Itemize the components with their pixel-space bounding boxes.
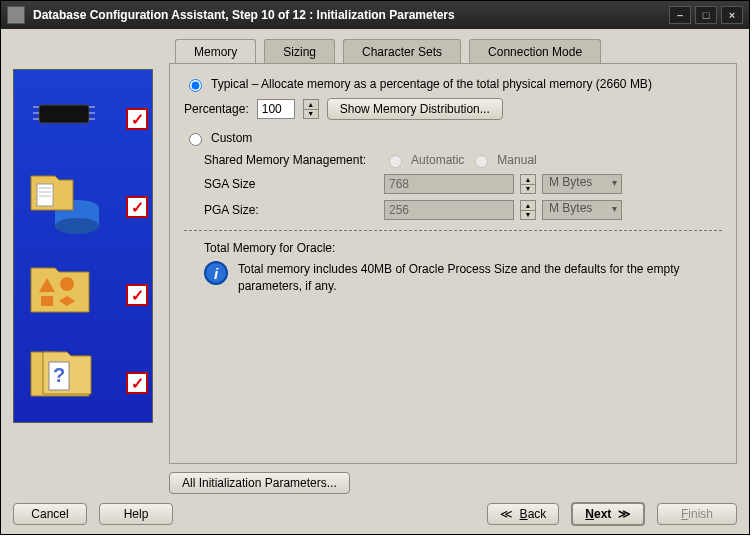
folders-db-icon [26,174,106,232]
svg-rect-10 [37,184,53,206]
app-icon [7,6,25,24]
svg-point-15 [60,277,74,291]
total-memory-label: Total Memory for Oracle: [204,241,722,255]
pga-unit-select: M Bytes [542,200,622,220]
svg-point-9 [55,218,99,234]
sidebar-step-3 [20,256,146,324]
shapes-folder-icon [26,262,106,320]
tab-sizing[interactable]: Sizing [264,39,335,63]
stepper-down-icon[interactable]: ▼ [304,109,318,119]
radio-typical[interactable] [189,79,202,92]
percentage-input[interactable] [257,99,295,119]
sga-stepper: ▲▼ [520,174,536,194]
radio-manual [475,155,488,168]
tab-memory[interactable]: Memory [175,39,256,63]
sga-unit-select: M Bytes [542,174,622,194]
radio-automatic [389,155,402,168]
minimize-button[interactable]: – [669,6,691,24]
all-init-params-button[interactable]: All Initialization Parameters... [169,472,350,494]
check-icon [126,196,148,218]
tab-panel-memory: Typical – Allocate memory as a percentag… [169,63,737,464]
help-button[interactable]: Help [99,503,173,525]
cancel-button[interactable]: Cancel [13,503,87,525]
manual-label: Manual [497,153,536,167]
sidebar-step-4: ? [20,344,146,412]
typical-label: Typical – Allocate memory as a percentag… [211,77,652,91]
wizard-sidebar: ? [13,69,153,423]
window-title: Database Configuration Assistant, Step 1… [33,8,455,22]
total-memory-text: Total memory includes 40MB of Oracle Pro… [238,261,722,295]
close-button[interactable]: × [721,6,743,24]
check-icon [126,372,148,394]
pga-input [384,200,514,220]
maximize-button[interactable]: □ [695,6,717,24]
back-button[interactable]: ≪ Back [487,503,559,525]
sidebar-step-2 [20,168,146,236]
shared-mgmt-label: Shared Memory Management: [204,153,384,167]
info-icon: i [204,261,228,285]
pga-label: PGA Size: [204,203,384,217]
tab-row: Memory Sizing Character Sets Connection … [175,39,737,63]
tab-character-sets[interactable]: Character Sets [343,39,461,63]
check-icon [126,284,148,306]
title-bar: Database Configuration Assistant, Step 1… [1,1,749,29]
stepper-up-icon[interactable]: ▲ [304,100,318,109]
custom-label: Custom [211,131,252,145]
sidebar-step-1 [20,80,146,148]
tab-connection-mode[interactable]: Connection Mode [469,39,601,63]
svg-rect-16 [41,296,53,306]
check-icon [126,108,148,130]
sga-input [384,174,514,194]
next-button[interactable]: Next ≫ [571,502,645,526]
radio-custom[interactable] [189,133,202,146]
chip-icon [26,86,106,144]
footer-buttons: Cancel Help ≪ Back Next ≫ Finish [13,494,737,526]
svg-rect-0 [39,105,89,123]
automatic-label: Automatic [411,153,464,167]
separator [184,230,722,231]
percentage-label: Percentage: [184,102,249,116]
percentage-stepper[interactable]: ▲ ▼ [303,99,319,119]
svg-text:?: ? [53,364,65,386]
question-folder-icon: ? [26,350,106,408]
show-memory-distribution-button[interactable]: Show Memory Distribution... [327,98,503,120]
pga-stepper: ▲▼ [520,200,536,220]
sga-label: SGA Size [204,177,384,191]
finish-button: Finish [657,503,737,525]
